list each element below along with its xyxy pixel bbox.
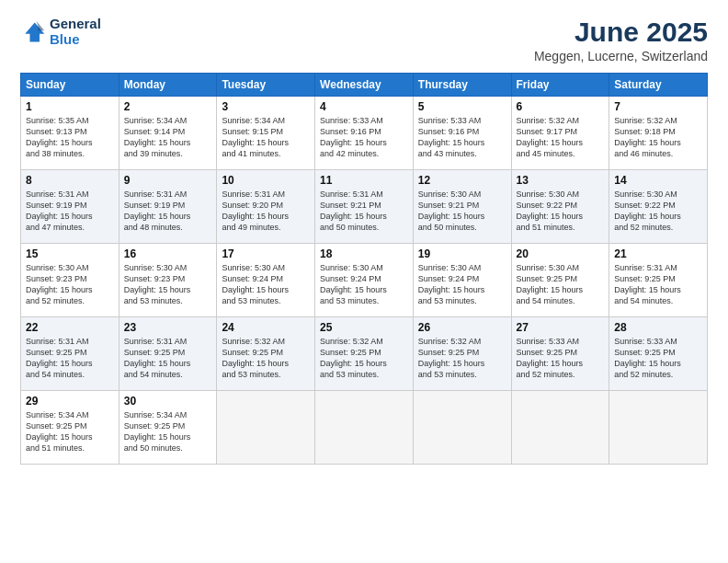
day-number: 25 — [320, 321, 408, 334]
day-info: Sunrise: 5:31 AM Sunset: 9:25 PM Dayligh… — [26, 336, 114, 381]
table-row: 17Sunrise: 5:30 AM Sunset: 9:24 PM Dayli… — [217, 244, 315, 317]
day-info: Sunrise: 5:30 AM Sunset: 9:21 PM Dayligh… — [418, 189, 506, 234]
day-number: 18 — [320, 247, 408, 260]
day-number: 30 — [124, 395, 212, 408]
table-row: 26Sunrise: 5:32 AM Sunset: 9:25 PM Dayli… — [413, 317, 511, 391]
table-row: 29Sunrise: 5:34 AM Sunset: 9:25 PM Dayli… — [21, 391, 119, 465]
svg-marker-0 — [25, 22, 44, 41]
table-row: 6Sunrise: 5:32 AM Sunset: 9:17 PM Daylig… — [511, 97, 609, 170]
table-row: 12Sunrise: 5:30 AM Sunset: 9:21 PM Dayli… — [413, 170, 511, 244]
table-row: 1Sunrise: 5:35 AM Sunset: 9:13 PM Daylig… — [21, 97, 119, 170]
table-row: 4Sunrise: 5:33 AM Sunset: 9:16 PM Daylig… — [315, 97, 414, 170]
col-tuesday: Tuesday — [217, 74, 315, 97]
table-row: 15Sunrise: 5:30 AM Sunset: 9:23 PM Dayli… — [21, 244, 119, 317]
table-row: 23Sunrise: 5:31 AM Sunset: 9:25 PM Dayli… — [119, 317, 217, 391]
calendar-row: 8Sunrise: 5:31 AM Sunset: 9:19 PM Daylig… — [21, 170, 708, 244]
day-number: 3 — [222, 100, 310, 113]
table-row — [315, 391, 414, 465]
table-row: 24Sunrise: 5:32 AM Sunset: 9:25 PM Dayli… — [217, 317, 315, 391]
day-number: 12 — [418, 174, 506, 187]
day-info: Sunrise: 5:33 AM Sunset: 9:25 PM Dayligh… — [517, 336, 605, 381]
day-number: 7 — [614, 100, 702, 113]
day-info: Sunrise: 5:30 AM Sunset: 9:23 PM Dayligh… — [26, 262, 114, 307]
day-number: 1 — [26, 100, 114, 113]
table-row: 5Sunrise: 5:33 AM Sunset: 9:16 PM Daylig… — [413, 97, 511, 170]
table-row: 9Sunrise: 5:31 AM Sunset: 9:19 PM Daylig… — [119, 170, 217, 244]
col-friday: Friday — [511, 74, 609, 97]
table-row: 22Sunrise: 5:31 AM Sunset: 9:25 PM Dayli… — [21, 317, 119, 391]
header-area: General Blue June 2025 Meggen, Lucerne, … — [20, 17, 708, 63]
day-info: Sunrise: 5:30 AM Sunset: 9:25 PM Dayligh… — [517, 262, 605, 307]
day-number: 27 — [517, 321, 605, 334]
col-saturday: Saturday — [609, 74, 708, 97]
logo-text: General Blue — [50, 17, 101, 47]
day-number: 24 — [222, 321, 310, 334]
day-info: Sunrise: 5:35 AM Sunset: 9:13 PM Dayligh… — [26, 115, 114, 160]
calendar-row: 29Sunrise: 5:34 AM Sunset: 9:25 PM Dayli… — [21, 391, 708, 465]
location-title: Meggen, Lucerne, Switzerland — [534, 49, 708, 63]
day-number: 10 — [222, 174, 310, 187]
table-row: 8Sunrise: 5:31 AM Sunset: 9:19 PM Daylig… — [21, 170, 119, 244]
table-row — [413, 391, 511, 465]
day-number: 4 — [320, 100, 408, 113]
day-info: Sunrise: 5:34 AM Sunset: 9:25 PM Dayligh… — [124, 409, 212, 454]
day-info: Sunrise: 5:31 AM Sunset: 9:19 PM Dayligh… — [26, 189, 114, 234]
table-row: 25Sunrise: 5:32 AM Sunset: 9:25 PM Dayli… — [315, 317, 414, 391]
day-number: 11 — [320, 174, 408, 187]
table-row: 2Sunrise: 5:34 AM Sunset: 9:14 PM Daylig… — [119, 97, 217, 170]
col-monday: Monday — [119, 74, 217, 97]
table-row: 14Sunrise: 5:30 AM Sunset: 9:22 PM Dayli… — [609, 170, 708, 244]
day-info: Sunrise: 5:32 AM Sunset: 9:25 PM Dayligh… — [320, 336, 408, 381]
month-title: June 2025 — [534, 17, 708, 47]
table-row: 20Sunrise: 5:30 AM Sunset: 9:25 PM Dayli… — [511, 244, 609, 317]
day-number: 28 — [614, 321, 702, 334]
day-info: Sunrise: 5:30 AM Sunset: 9:24 PM Dayligh… — [320, 262, 408, 307]
day-number: 13 — [517, 174, 605, 187]
header-row: Sunday Monday Tuesday Wednesday Thursday… — [21, 74, 708, 97]
day-number: 19 — [418, 247, 506, 260]
day-number: 2 — [124, 100, 212, 113]
table-row: 27Sunrise: 5:33 AM Sunset: 9:25 PM Dayli… — [511, 317, 609, 391]
day-info: Sunrise: 5:34 AM Sunset: 9:14 PM Dayligh… — [124, 115, 212, 160]
day-number: 21 — [614, 247, 702, 260]
table-row: 18Sunrise: 5:30 AM Sunset: 9:24 PM Dayli… — [315, 244, 414, 317]
table-row: 21Sunrise: 5:31 AM Sunset: 9:25 PM Dayli… — [609, 244, 708, 317]
table-row: 13Sunrise: 5:30 AM Sunset: 9:22 PM Dayli… — [511, 170, 609, 244]
day-number: 9 — [124, 174, 212, 187]
col-wednesday: Wednesday — [315, 74, 414, 97]
table-row: 28Sunrise: 5:33 AM Sunset: 9:25 PM Dayli… — [609, 317, 708, 391]
table-row: 16Sunrise: 5:30 AM Sunset: 9:23 PM Dayli… — [119, 244, 217, 317]
table-row: 11Sunrise: 5:31 AM Sunset: 9:21 PM Dayli… — [315, 170, 414, 244]
calendar-row: 1Sunrise: 5:35 AM Sunset: 9:13 PM Daylig… — [21, 97, 708, 170]
day-info: Sunrise: 5:32 AM Sunset: 9:18 PM Dayligh… — [614, 115, 702, 160]
calendar-table: Sunday Monday Tuesday Wednesday Thursday… — [20, 73, 708, 465]
day-number: 15 — [26, 247, 114, 260]
day-info: Sunrise: 5:33 AM Sunset: 9:16 PM Dayligh… — [320, 115, 408, 160]
day-info: Sunrise: 5:33 AM Sunset: 9:16 PM Dayligh… — [418, 115, 506, 160]
day-info: Sunrise: 5:31 AM Sunset: 9:20 PM Dayligh… — [222, 189, 310, 234]
title-area: June 2025 Meggen, Lucerne, Switzerland — [534, 17, 708, 63]
logo: General Blue — [20, 17, 101, 47]
day-info: Sunrise: 5:32 AM Sunset: 9:25 PM Dayligh… — [418, 336, 506, 381]
day-info: Sunrise: 5:30 AM Sunset: 9:22 PM Dayligh… — [517, 189, 605, 234]
day-number: 14 — [614, 174, 702, 187]
day-info: Sunrise: 5:30 AM Sunset: 9:24 PM Dayligh… — [222, 262, 310, 307]
calendar-row: 22Sunrise: 5:31 AM Sunset: 9:25 PM Dayli… — [21, 317, 708, 391]
day-info: Sunrise: 5:31 AM Sunset: 9:25 PM Dayligh… — [124, 336, 212, 381]
day-info: Sunrise: 5:32 AM Sunset: 9:17 PM Dayligh… — [517, 115, 605, 160]
day-number: 6 — [517, 100, 605, 113]
table-row: 7Sunrise: 5:32 AM Sunset: 9:18 PM Daylig… — [609, 97, 708, 170]
page: General Blue June 2025 Meggen, Lucerne, … — [0, 0, 728, 563]
day-info: Sunrise: 5:30 AM Sunset: 9:22 PM Dayligh… — [614, 189, 702, 234]
table-row — [609, 391, 708, 465]
day-number: 29 — [26, 395, 114, 408]
day-number: 22 — [26, 321, 114, 334]
day-number: 23 — [124, 321, 212, 334]
day-number: 8 — [26, 174, 114, 187]
day-info: Sunrise: 5:30 AM Sunset: 9:24 PM Dayligh… — [418, 262, 506, 307]
day-info: Sunrise: 5:30 AM Sunset: 9:23 PM Dayligh… — [124, 262, 212, 307]
day-info: Sunrise: 5:31 AM Sunset: 9:21 PM Dayligh… — [320, 189, 408, 234]
col-sunday: Sunday — [21, 74, 119, 97]
logo-icon — [20, 19, 46, 45]
table-row: 3Sunrise: 5:34 AM Sunset: 9:15 PM Daylig… — [217, 97, 315, 170]
